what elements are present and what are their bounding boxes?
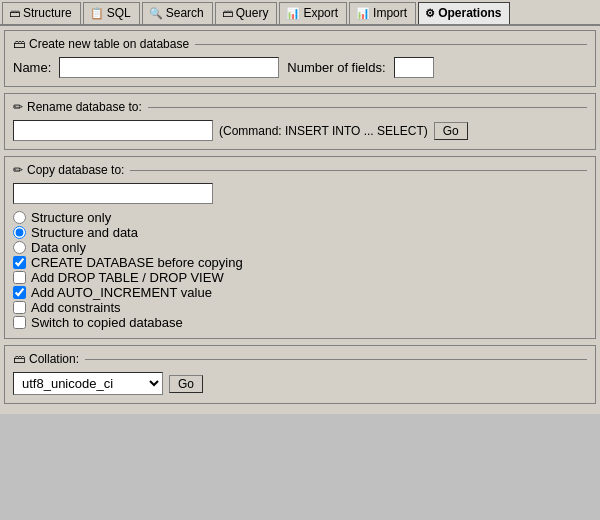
- name-label: Name:: [13, 60, 51, 75]
- copy-section: ✏ Copy database to: Structure only Struc…: [4, 156, 596, 339]
- create-table-section: 🗃 Create new table on database Name: Num…: [4, 30, 596, 87]
- table-name-input[interactable]: [59, 57, 279, 78]
- tab-structure[interactable]: 🗃 Structure: [2, 2, 81, 24]
- label-structure-data: Structure and data: [31, 225, 138, 240]
- option-create-db: CREATE DATABASE before copying: [13, 255, 587, 270]
- rename-command-text: (Command: INSERT INTO ... SELECT): [219, 124, 428, 138]
- label-create-db: CREATE DATABASE before copying: [31, 255, 243, 270]
- create-table-title: 🗃 Create new table on database: [13, 37, 587, 51]
- create-table-row: Name: Number of fields:: [13, 57, 587, 78]
- tab-search[interactable]: 🔍 Search: [142, 2, 213, 24]
- label-drop-table: Add DROP TABLE / DROP VIEW: [31, 270, 224, 285]
- collation-row: utf8_unicode_ci utf8_general_ci latin1_s…: [13, 372, 587, 395]
- export-icon: 📊: [286, 7, 300, 20]
- radio-data-only[interactable]: [13, 241, 26, 254]
- copy-icon: ✏: [13, 163, 23, 177]
- nav-bar: 🗃 Structure 📋 SQL 🔍 Search 🗃 Query 📊 Exp…: [0, 0, 600, 26]
- tab-export[interactable]: 📊 Export: [279, 2, 347, 24]
- radio-structure-only[interactable]: [13, 211, 26, 224]
- label-switch-db: Switch to copied database: [31, 315, 183, 330]
- collation-title: 🗃 Collation:: [13, 352, 587, 366]
- label-add-constraints: Add constraints: [31, 300, 121, 315]
- copy-db-input[interactable]: [13, 183, 213, 204]
- option-auto-increment: Add AUTO_INCREMENT value: [13, 285, 587, 300]
- query-icon: 🗃: [222, 7, 233, 19]
- tab-sql[interactable]: 📋 SQL: [83, 2, 140, 24]
- collation-icon: 🗃: [13, 352, 25, 366]
- import-icon: 📊: [356, 7, 370, 20]
- checkbox-create-db[interactable]: [13, 256, 26, 269]
- tab-query[interactable]: 🗃 Query: [215, 2, 278, 24]
- sql-icon: 📋: [90, 7, 104, 20]
- option-structure-data: Structure and data: [13, 225, 587, 240]
- create-table-icon: 🗃: [13, 37, 25, 51]
- copy-title: ✏ Copy database to:: [13, 163, 587, 177]
- option-drop-table: Add DROP TABLE / DROP VIEW: [13, 270, 587, 285]
- checkbox-add-constraints[interactable]: [13, 301, 26, 314]
- operations-icon: ⚙: [425, 7, 435, 20]
- rename-row: (Command: INSERT INTO ... SELECT) Go: [13, 120, 587, 141]
- collation-section: 🗃 Collation: utf8_unicode_ci utf8_genera…: [4, 345, 596, 404]
- rename-go-button[interactable]: Go: [434, 122, 468, 140]
- fields-label: Number of fields:: [287, 60, 385, 75]
- checkbox-switch-db[interactable]: [13, 316, 26, 329]
- option-structure-only: Structure only: [13, 210, 587, 225]
- main-content: 🗃 Create new table on database Name: Num…: [0, 26, 600, 414]
- rename-icon: ✏: [13, 100, 23, 114]
- checkbox-drop-table[interactable]: [13, 271, 26, 284]
- collation-select[interactable]: utf8_unicode_ci utf8_general_ci latin1_s…: [13, 372, 163, 395]
- label-structure-only: Structure only: [31, 210, 111, 225]
- rename-input[interactable]: [13, 120, 213, 141]
- rename-title: ✏ Rename database to:: [13, 100, 587, 114]
- fields-count-input[interactable]: [394, 57, 434, 78]
- option-switch-db: Switch to copied database: [13, 315, 587, 330]
- option-add-constraints: Add constraints: [13, 300, 587, 315]
- structure-icon: 🗃: [9, 7, 20, 19]
- search-icon: 🔍: [149, 7, 163, 20]
- option-data-only: Data only: [13, 240, 587, 255]
- label-auto-increment: Add AUTO_INCREMENT value: [31, 285, 212, 300]
- checkbox-auto-increment[interactable]: [13, 286, 26, 299]
- rename-section: ✏ Rename database to: (Command: INSERT I…: [4, 93, 596, 150]
- label-data-only: Data only: [31, 240, 86, 255]
- radio-structure-data[interactable]: [13, 226, 26, 239]
- tab-import[interactable]: 📊 Import: [349, 2, 416, 24]
- tab-operations[interactable]: ⚙ Operations: [418, 2, 510, 24]
- collation-go-button[interactable]: Go: [169, 375, 203, 393]
